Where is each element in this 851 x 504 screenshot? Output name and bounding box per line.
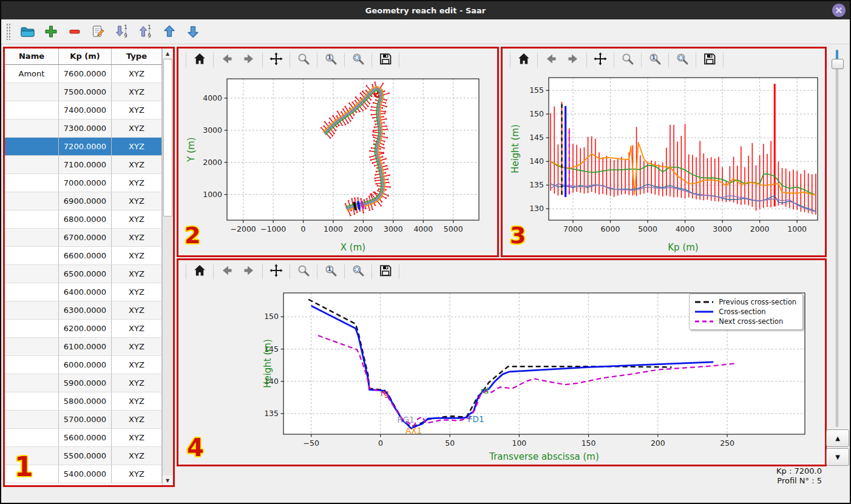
back-button[interactable] bbox=[543, 52, 560, 69]
table-row[interactable]: 5600.0000XYZ bbox=[5, 429, 163, 447]
back-button[interactable] bbox=[219, 263, 236, 280]
zoom-button[interactable] bbox=[619, 52, 636, 69]
toolbar-separator bbox=[399, 53, 399, 67]
cell-kp: 7400.0000 bbox=[59, 101, 112, 119]
cell-name bbox=[5, 301, 59, 320]
table-row[interactable]: 6600.0000XYZ bbox=[5, 247, 163, 265]
zoom-selection-button[interactable] bbox=[674, 52, 691, 69]
longitudinal-profile-canvas[interactable]: 7000600050004000300020001000130135140145… bbox=[503, 72, 825, 255]
cell-type: XYZ bbox=[112, 65, 162, 83]
remove-button[interactable] bbox=[66, 22, 84, 41]
home-button[interactable] bbox=[191, 52, 208, 69]
pan-button[interactable] bbox=[592, 52, 609, 69]
cell-kp: 7200.0000 bbox=[59, 138, 112, 156]
pan-button[interactable] bbox=[268, 52, 285, 69]
cross-section-table: Name Kp (m) Type Amont7600.0000XYZ7500.0… bbox=[5, 49, 163, 485]
cell-kp: 6500.0000 bbox=[59, 265, 112, 283]
forward-button[interactable] bbox=[240, 263, 257, 280]
table-row[interactable]: Amont7600.0000XYZ bbox=[5, 65, 163, 83]
zoom-icon bbox=[296, 263, 311, 280]
table-row[interactable]: 6200.0000XYZ bbox=[5, 320, 163, 338]
zoom-button[interactable] bbox=[295, 52, 312, 69]
table-row[interactable]: 6900.0000XYZ bbox=[5, 192, 163, 210]
edit-button[interactable] bbox=[89, 22, 107, 41]
legend-item-current: Cross-section bbox=[694, 307, 796, 317]
sort-ascending-button[interactable]: 1 9 bbox=[113, 22, 131, 41]
table-row[interactable]: 7000.0000XYZ bbox=[5, 174, 163, 192]
svg-text:1000: 1000 bbox=[787, 224, 807, 234]
cell-kp: 7500.0000 bbox=[59, 83, 112, 101]
forward-icon bbox=[242, 263, 256, 280]
table-scrollbar-thumb[interactable] bbox=[163, 59, 172, 217]
table-scroll-down-button[interactable]: ▼ bbox=[163, 475, 172, 485]
move-up-button[interactable] bbox=[160, 22, 178, 41]
home-button[interactable] bbox=[191, 263, 208, 280]
zoom-initial-button[interactable]: 1 bbox=[646, 52, 663, 69]
svg-text:4000: 4000 bbox=[413, 224, 433, 234]
back-icon bbox=[220, 263, 234, 280]
svg-text:140: 140 bbox=[529, 156, 544, 166]
zoom-initial-button[interactable]: 1 bbox=[322, 52, 339, 69]
table-row[interactable]: 6000.0000XYZ bbox=[5, 356, 163, 374]
cross-section-legend: Previous cross-section Cross-section Nex… bbox=[689, 294, 803, 330]
cell-name bbox=[5, 283, 59, 301]
save-button[interactable] bbox=[377, 52, 394, 69]
zoom-selection-button[interactable] bbox=[350, 263, 367, 280]
profile-down-button[interactable]: ▼ bbox=[826, 448, 849, 466]
table-row[interactable]: 6300.0000XYZ bbox=[5, 301, 163, 320]
table-row[interactable]: 5800.0000XYZ bbox=[5, 392, 163, 411]
table-row[interactable]: 6700.0000XYZ bbox=[5, 229, 163, 247]
table-row[interactable]: 7500.0000XYZ bbox=[5, 83, 163, 101]
toolbar-drag-handle[interactable] bbox=[6, 23, 10, 40]
table-row[interactable]: 7200.0000XYZ bbox=[5, 138, 163, 156]
svg-text:2000: 2000 bbox=[354, 224, 373, 234]
table-row[interactable]: 7400.0000XYZ bbox=[5, 101, 163, 119]
save-button[interactable] bbox=[377, 263, 394, 280]
cell-type: XYZ bbox=[112, 447, 162, 465]
home-icon bbox=[192, 263, 207, 280]
table-scrollbar[interactable]: ▲ ▼ bbox=[162, 49, 173, 485]
table-row[interactable]: 7300.0000XYZ bbox=[5, 119, 163, 138]
plan-view-canvas[interactable]: −2000−1000010002000300040005000100020003… bbox=[178, 72, 497, 255]
svg-text:1: 1 bbox=[124, 25, 127, 30]
profile-slider-track[interactable] bbox=[836, 50, 838, 427]
back-button[interactable] bbox=[219, 52, 236, 69]
toolbar-separator bbox=[696, 53, 696, 67]
move-down-button[interactable] bbox=[184, 22, 202, 41]
zoom-selection-button[interactable] bbox=[350, 52, 367, 69]
cell-kp: 6700.0000 bbox=[59, 229, 112, 247]
open-button[interactable] bbox=[18, 22, 36, 41]
cell-kp: 7100.0000 bbox=[59, 156, 112, 174]
table-row[interactable]: 6400.0000XYZ bbox=[5, 283, 163, 301]
sort-descending-button[interactable]: 1 9 bbox=[137, 22, 155, 41]
table-row[interactable]: 6100.0000XYZ bbox=[5, 338, 163, 356]
pan-icon bbox=[269, 263, 283, 280]
zoom-button[interactable] bbox=[295, 263, 312, 280]
cell-kp: 6800.0000 bbox=[59, 210, 112, 229]
table-row[interactable]: 6500.0000XYZ bbox=[5, 265, 163, 283]
save-button[interactable] bbox=[701, 52, 718, 69]
cell-name bbox=[5, 429, 59, 447]
cell-kp: 6900.0000 bbox=[59, 192, 112, 210]
add-button[interactable] bbox=[42, 22, 60, 41]
table-row[interactable]: 6800.0000XYZ bbox=[5, 210, 163, 229]
table-row[interactable]: 5900.0000XYZ bbox=[5, 374, 163, 392]
cell-type: XYZ bbox=[112, 465, 162, 483]
toolbar-separator bbox=[371, 264, 372, 279]
legend-label-previous: Previous cross-section bbox=[719, 298, 796, 306]
zoom-initial-button[interactable]: 1 bbox=[322, 263, 339, 280]
table-scroll-up-button[interactable]: ▲ bbox=[163, 49, 172, 58]
cell-name bbox=[5, 192, 59, 210]
close-button[interactable] bbox=[832, 4, 846, 17]
forward-button[interactable] bbox=[565, 52, 581, 69]
table-row[interactable]: 7100.0000XYZ bbox=[5, 156, 163, 174]
profile-slider-handle[interactable] bbox=[832, 59, 844, 69]
plan-view-panel: 1 −2000−10000100020003000400050001000200… bbox=[177, 47, 499, 257]
table-row[interactable]: 5700.0000XYZ bbox=[5, 411, 163, 429]
annotation-rg: rg bbox=[381, 388, 389, 398]
home-button[interactable] bbox=[515, 52, 532, 69]
forward-button[interactable] bbox=[240, 52, 257, 69]
pan-button[interactable] bbox=[268, 263, 285, 280]
panel-number-1: 1 bbox=[15, 454, 33, 480]
profile-up-button[interactable]: ▲ bbox=[826, 429, 849, 447]
